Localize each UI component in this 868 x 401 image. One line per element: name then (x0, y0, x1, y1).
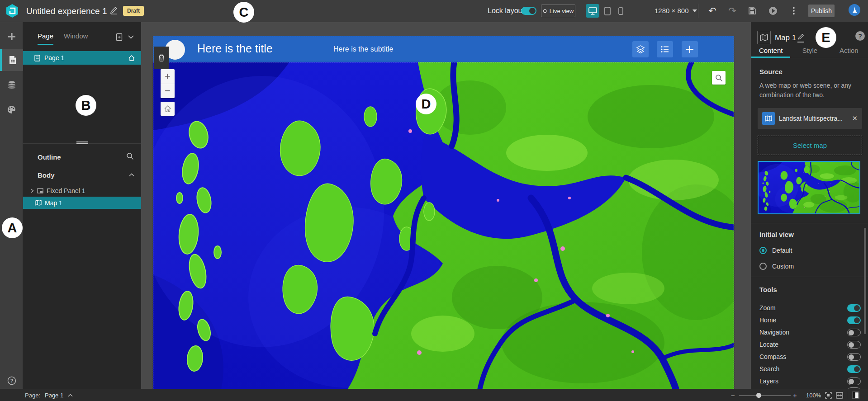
fixed-panel-widget[interactable]: Here is the title Here is the subtitle (153, 36, 734, 62)
map-thumbnail[interactable] (758, 161, 860, 214)
layers-toggle[interactable] (847, 377, 861, 385)
radio-unselected-icon[interactable] (759, 263, 767, 270)
compass-toggle[interactable] (847, 353, 861, 361)
tool-row-layers: Layers (759, 377, 861, 386)
lock-layout-label: Lock layout (488, 7, 524, 15)
radio-label: Custom (772, 263, 794, 270)
live-view-button[interactable]: Live view (541, 5, 575, 17)
navigation-toggle[interactable] (847, 329, 861, 336)
splitter-handle-icon[interactable] (76, 141, 88, 145)
tool-row-locate: Locate (759, 340, 861, 349)
source-description: A web map or web scene, or any combinati… (759, 81, 862, 100)
panel-scrollbar[interactable] (864, 228, 866, 334)
canvas-zoom-level[interactable]: 100% (806, 392, 821, 399)
phone-view-button[interactable] (614, 4, 627, 18)
section-divider (751, 277, 868, 277)
body-collapse-chevron-up-icon[interactable] (129, 173, 134, 177)
more-options-button[interactable] (787, 4, 801, 18)
map-home-button[interactable] (161, 102, 175, 116)
toggle-right-panel-button[interactable] (852, 392, 859, 399)
header-legend-button[interactable] (657, 41, 673, 57)
map-icon (35, 200, 42, 206)
header-title[interactable]: Here is the title (197, 42, 273, 55)
tablet-icon (604, 7, 611, 15)
palette-icon (7, 105, 16, 114)
outline-search-button[interactable] (126, 152, 134, 160)
initial-view-option-default[interactable]: Default (759, 247, 792, 254)
play-icon (768, 6, 778, 15)
theme-panel-button[interactable] (0, 99, 23, 120)
page-icon (8, 56, 17, 65)
preview-button[interactable] (766, 4, 780, 18)
map-search-button[interactable] (712, 71, 726, 85)
initial-view-option-custom[interactable]: Custom (759, 263, 794, 270)
delete-widget-button[interactable] (154, 47, 169, 69)
expand-chevron-right-icon[interactable] (30, 189, 34, 193)
add-page-button[interactable] (115, 33, 123, 41)
fit-to-window-button[interactable] (825, 392, 832, 399)
kebab-icon (793, 7, 795, 15)
trash-icon (158, 54, 165, 62)
plus-icon (686, 45, 694, 53)
search-icon (715, 74, 723, 82)
zoom-out-button[interactable]: − (161, 84, 175, 99)
desktop-view-button[interactable] (586, 4, 599, 18)
save-button[interactable] (745, 4, 759, 18)
tab-action[interactable]: Action (830, 45, 868, 58)
help-button[interactable]: ? (0, 370, 23, 392)
legend-list-icon (661, 46, 669, 53)
rename-experience-icon[interactable] (109, 6, 118, 14)
annotation-d: D (416, 94, 436, 114)
fit-width-button[interactable] (836, 392, 843, 399)
page-preview: Here is the title Here is the subtitle +… (153, 36, 734, 389)
home-toggle[interactable] (847, 316, 861, 324)
header-add-button[interactable] (682, 41, 698, 57)
resolution-dropdown[interactable]: 1280 × 800 (655, 7, 697, 14)
map-zoom-control: + − (161, 69, 175, 98)
header-layers-button[interactable] (632, 41, 649, 57)
canvas-zoom-in[interactable]: + (793, 392, 797, 399)
canvas-zoom-slider[interactable] (739, 395, 791, 396)
undo-button[interactable]: ↶ (706, 4, 719, 18)
tab-page[interactable]: Page (38, 32, 53, 45)
zoom-toggle[interactable] (847, 304, 861, 312)
zoom-in-button[interactable]: + (161, 69, 175, 84)
page-list-chevron-down-icon[interactable] (128, 35, 134, 39)
selected-map-item[interactable]: Landsat Multispectra... ✕ (758, 108, 862, 129)
lock-layout-toggle[interactable] (521, 7, 536, 15)
outline-root-body[interactable]: Body (38, 171, 55, 179)
header-subtitle[interactable]: Here is the subtitle (333, 45, 394, 53)
select-map-button[interactable]: Select map (758, 136, 862, 155)
settings-tabs: Content Style Action (751, 45, 868, 58)
widget-help-icon[interactable]: ? (855, 31, 865, 41)
data-panel-button[interactable] (0, 74, 23, 96)
statusbar-divider (847, 391, 847, 399)
tab-content[interactable]: Content (751, 45, 790, 58)
user-avatar[interactable] (848, 4, 861, 16)
fixed-panel-icon (37, 188, 43, 193)
page-list-item-page1[interactable]: Page 1 (23, 51, 141, 65)
radio-selected-icon[interactable] (759, 247, 767, 254)
tablet-view-button[interactable] (601, 4, 614, 18)
canvas-zoom-slider-knob[interactable] (756, 393, 761, 398)
draft-badge: Draft (123, 6, 144, 16)
desktop-icon (588, 7, 597, 15)
tool-row-navigation: Navigation (759, 328, 861, 337)
redo-button[interactable]: ↷ (726, 4, 739, 18)
outline-item-map1[interactable]: Map 1 (23, 197, 141, 209)
outline-item-fixed-panel[interactable]: Fixed Panel 1 (23, 185, 141, 197)
remove-map-icon[interactable]: ✕ (852, 114, 858, 123)
page-panel-button[interactable] (0, 49, 23, 71)
insert-widget-button[interactable] (0, 26, 23, 47)
map-widget[interactable]: + − (153, 62, 734, 389)
rename-widget-icon[interactable] (797, 33, 804, 42)
publish-button[interactable]: Publish (808, 5, 835, 17)
locate-toggle[interactable] (847, 341, 861, 349)
statusbar-page-value[interactable]: Page 1 (45, 392, 63, 399)
database-icon (7, 80, 16, 90)
chevron-up-icon[interactable] (68, 394, 73, 397)
canvas-zoom-out[interactable]: − (731, 392, 735, 399)
search-toggle[interactable] (847, 365, 861, 373)
help-icon: ? (7, 376, 16, 385)
tab-window[interactable]: Window (64, 32, 88, 44)
